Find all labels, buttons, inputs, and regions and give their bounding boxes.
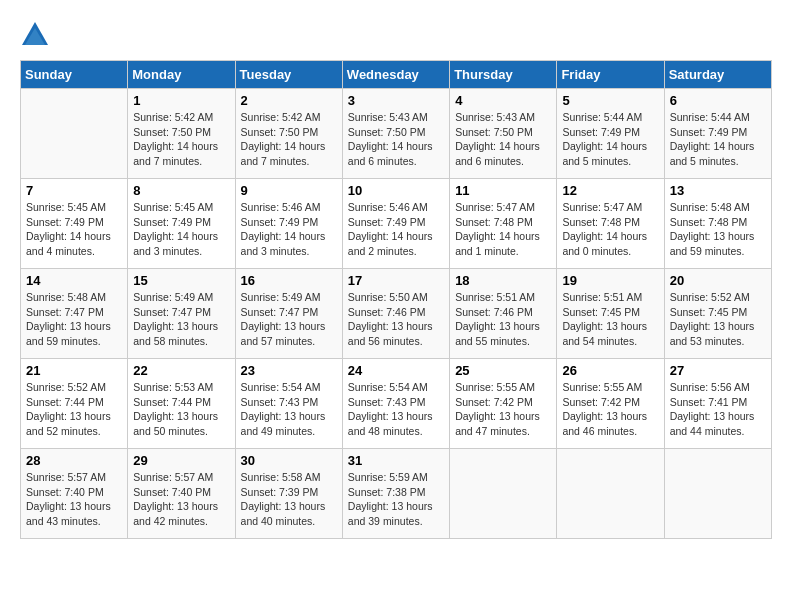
- day-number: 19: [562, 273, 658, 288]
- day-number: 5: [562, 93, 658, 108]
- day-info: Sunrise: 5:57 AM Sunset: 7:40 PM Dayligh…: [26, 470, 122, 529]
- day-number: 9: [241, 183, 337, 198]
- day-cell: [664, 449, 771, 539]
- day-number: 24: [348, 363, 444, 378]
- day-number: 18: [455, 273, 551, 288]
- day-info: Sunrise: 5:55 AM Sunset: 7:42 PM Dayligh…: [455, 380, 551, 439]
- day-cell: 7Sunrise: 5:45 AM Sunset: 7:49 PM Daylig…: [21, 179, 128, 269]
- day-number: 10: [348, 183, 444, 198]
- day-cell: [450, 449, 557, 539]
- day-number: 2: [241, 93, 337, 108]
- header-cell-sunday: Sunday: [21, 61, 128, 89]
- header-cell-wednesday: Wednesday: [342, 61, 449, 89]
- day-info: Sunrise: 5:48 AM Sunset: 7:47 PM Dayligh…: [26, 290, 122, 349]
- day-info: Sunrise: 5:43 AM Sunset: 7:50 PM Dayligh…: [348, 110, 444, 169]
- day-info: Sunrise: 5:46 AM Sunset: 7:49 PM Dayligh…: [241, 200, 337, 259]
- day-number: 12: [562, 183, 658, 198]
- day-cell: 29Sunrise: 5:57 AM Sunset: 7:40 PM Dayli…: [128, 449, 235, 539]
- day-info: Sunrise: 5:55 AM Sunset: 7:42 PM Dayligh…: [562, 380, 658, 439]
- day-cell: 8Sunrise: 5:45 AM Sunset: 7:49 PM Daylig…: [128, 179, 235, 269]
- day-cell: 17Sunrise: 5:50 AM Sunset: 7:46 PM Dayli…: [342, 269, 449, 359]
- day-info: Sunrise: 5:58 AM Sunset: 7:39 PM Dayligh…: [241, 470, 337, 529]
- day-info: Sunrise: 5:51 AM Sunset: 7:45 PM Dayligh…: [562, 290, 658, 349]
- day-info: Sunrise: 5:43 AM Sunset: 7:50 PM Dayligh…: [455, 110, 551, 169]
- day-cell: 9Sunrise: 5:46 AM Sunset: 7:49 PM Daylig…: [235, 179, 342, 269]
- day-cell: 5Sunrise: 5:44 AM Sunset: 7:49 PM Daylig…: [557, 89, 664, 179]
- day-info: Sunrise: 5:45 AM Sunset: 7:49 PM Dayligh…: [26, 200, 122, 259]
- day-cell: 23Sunrise: 5:54 AM Sunset: 7:43 PM Dayli…: [235, 359, 342, 449]
- week-row-4: 21Sunrise: 5:52 AM Sunset: 7:44 PM Dayli…: [21, 359, 772, 449]
- day-cell: 22Sunrise: 5:53 AM Sunset: 7:44 PM Dayli…: [128, 359, 235, 449]
- day-number: 7: [26, 183, 122, 198]
- day-cell: 20Sunrise: 5:52 AM Sunset: 7:45 PM Dayli…: [664, 269, 771, 359]
- day-info: Sunrise: 5:56 AM Sunset: 7:41 PM Dayligh…: [670, 380, 766, 439]
- day-cell: 28Sunrise: 5:57 AM Sunset: 7:40 PM Dayli…: [21, 449, 128, 539]
- header-cell-friday: Friday: [557, 61, 664, 89]
- day-cell: 31Sunrise: 5:59 AM Sunset: 7:38 PM Dayli…: [342, 449, 449, 539]
- header-cell-tuesday: Tuesday: [235, 61, 342, 89]
- day-info: Sunrise: 5:44 AM Sunset: 7:49 PM Dayligh…: [670, 110, 766, 169]
- logo-icon: [20, 20, 50, 50]
- day-info: Sunrise: 5:50 AM Sunset: 7:46 PM Dayligh…: [348, 290, 444, 349]
- logo: [20, 20, 54, 50]
- day-number: 31: [348, 453, 444, 468]
- day-number: 1: [133, 93, 229, 108]
- day-info: Sunrise: 5:51 AM Sunset: 7:46 PM Dayligh…: [455, 290, 551, 349]
- day-cell: 3Sunrise: 5:43 AM Sunset: 7:50 PM Daylig…: [342, 89, 449, 179]
- day-number: 20: [670, 273, 766, 288]
- day-cell: [21, 89, 128, 179]
- day-cell: 15Sunrise: 5:49 AM Sunset: 7:47 PM Dayli…: [128, 269, 235, 359]
- day-number: 13: [670, 183, 766, 198]
- day-info: Sunrise: 5:44 AM Sunset: 7:49 PM Dayligh…: [562, 110, 658, 169]
- day-cell: 16Sunrise: 5:49 AM Sunset: 7:47 PM Dayli…: [235, 269, 342, 359]
- day-info: Sunrise: 5:49 AM Sunset: 7:47 PM Dayligh…: [133, 290, 229, 349]
- calendar-header: SundayMondayTuesdayWednesdayThursdayFrid…: [21, 61, 772, 89]
- day-info: Sunrise: 5:46 AM Sunset: 7:49 PM Dayligh…: [348, 200, 444, 259]
- day-cell: 4Sunrise: 5:43 AM Sunset: 7:50 PM Daylig…: [450, 89, 557, 179]
- day-number: 23: [241, 363, 337, 378]
- day-cell: 26Sunrise: 5:55 AM Sunset: 7:42 PM Dayli…: [557, 359, 664, 449]
- week-row-3: 14Sunrise: 5:48 AM Sunset: 7:47 PM Dayli…: [21, 269, 772, 359]
- day-number: 6: [670, 93, 766, 108]
- day-number: 21: [26, 363, 122, 378]
- day-number: 28: [26, 453, 122, 468]
- day-info: Sunrise: 5:47 AM Sunset: 7:48 PM Dayligh…: [455, 200, 551, 259]
- day-number: 29: [133, 453, 229, 468]
- day-cell: 25Sunrise: 5:55 AM Sunset: 7:42 PM Dayli…: [450, 359, 557, 449]
- day-number: 8: [133, 183, 229, 198]
- day-cell: 21Sunrise: 5:52 AM Sunset: 7:44 PM Dayli…: [21, 359, 128, 449]
- day-info: Sunrise: 5:42 AM Sunset: 7:50 PM Dayligh…: [133, 110, 229, 169]
- header-cell-saturday: Saturday: [664, 61, 771, 89]
- day-cell: 11Sunrise: 5:47 AM Sunset: 7:48 PM Dayli…: [450, 179, 557, 269]
- day-number: 15: [133, 273, 229, 288]
- day-number: 14: [26, 273, 122, 288]
- day-cell: 13Sunrise: 5:48 AM Sunset: 7:48 PM Dayli…: [664, 179, 771, 269]
- header-cell-thursday: Thursday: [450, 61, 557, 89]
- day-cell: 2Sunrise: 5:42 AM Sunset: 7:50 PM Daylig…: [235, 89, 342, 179]
- day-cell: 19Sunrise: 5:51 AM Sunset: 7:45 PM Dayli…: [557, 269, 664, 359]
- week-row-5: 28Sunrise: 5:57 AM Sunset: 7:40 PM Dayli…: [21, 449, 772, 539]
- day-info: Sunrise: 5:54 AM Sunset: 7:43 PM Dayligh…: [348, 380, 444, 439]
- day-info: Sunrise: 5:47 AM Sunset: 7:48 PM Dayligh…: [562, 200, 658, 259]
- day-cell: 24Sunrise: 5:54 AM Sunset: 7:43 PM Dayli…: [342, 359, 449, 449]
- day-number: 11: [455, 183, 551, 198]
- day-number: 4: [455, 93, 551, 108]
- day-number: 25: [455, 363, 551, 378]
- day-number: 3: [348, 93, 444, 108]
- day-number: 17: [348, 273, 444, 288]
- day-info: Sunrise: 5:52 AM Sunset: 7:44 PM Dayligh…: [26, 380, 122, 439]
- day-cell: 10Sunrise: 5:46 AM Sunset: 7:49 PM Dayli…: [342, 179, 449, 269]
- day-cell: 30Sunrise: 5:58 AM Sunset: 7:39 PM Dayli…: [235, 449, 342, 539]
- day-number: 27: [670, 363, 766, 378]
- day-info: Sunrise: 5:45 AM Sunset: 7:49 PM Dayligh…: [133, 200, 229, 259]
- header-row: SundayMondayTuesdayWednesdayThursdayFrid…: [21, 61, 772, 89]
- day-cell: 1Sunrise: 5:42 AM Sunset: 7:50 PM Daylig…: [128, 89, 235, 179]
- day-cell: 12Sunrise: 5:47 AM Sunset: 7:48 PM Dayli…: [557, 179, 664, 269]
- day-info: Sunrise: 5:57 AM Sunset: 7:40 PM Dayligh…: [133, 470, 229, 529]
- day-number: 26: [562, 363, 658, 378]
- day-info: Sunrise: 5:49 AM Sunset: 7:47 PM Dayligh…: [241, 290, 337, 349]
- day-cell: 14Sunrise: 5:48 AM Sunset: 7:47 PM Dayli…: [21, 269, 128, 359]
- day-cell: [557, 449, 664, 539]
- day-number: 30: [241, 453, 337, 468]
- calendar-body: 1Sunrise: 5:42 AM Sunset: 7:50 PM Daylig…: [21, 89, 772, 539]
